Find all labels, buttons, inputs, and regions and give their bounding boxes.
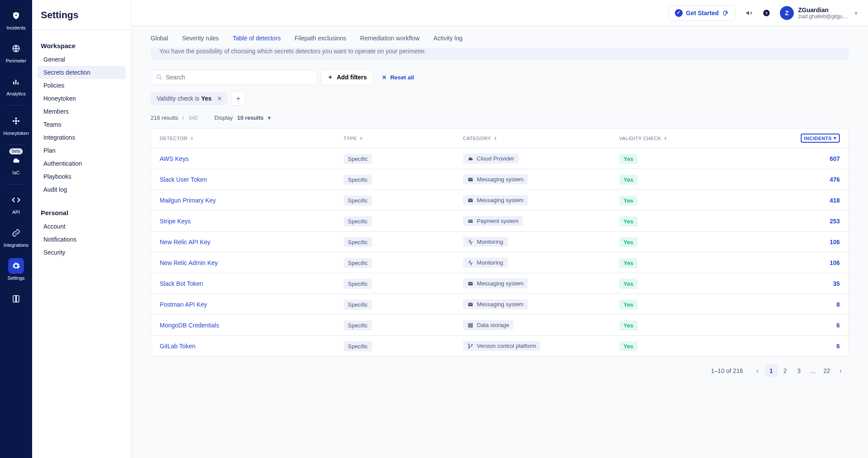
filter-chip-validity[interactable]: Validity check is Yes ✕	[151, 92, 227, 105]
detector-link[interactable]: New Relic Admin Key	[160, 259, 344, 266]
page-title: Settings	[32, 0, 131, 30]
col-validity[interactable]: Validity check▲▼	[619, 136, 766, 141]
plus-icon: ＋	[327, 73, 333, 81]
incidents-count[interactable]: 8	[766, 301, 840, 308]
svg-point-10	[726, 12, 727, 13]
tab-global[interactable]: Global	[151, 32, 168, 44]
tab-severity-rules[interactable]: Severity rules	[182, 32, 219, 44]
table-row: Postman API KeySpecificMessaging systemY…	[151, 294, 848, 314]
remove-filter-icon[interactable]: ✕	[216, 95, 223, 102]
svg-rect-22	[468, 326, 472, 327]
rail-item-incidents[interactable]: Incidents	[0, 3, 32, 36]
col-incidents[interactable]: Incidents▾	[801, 134, 840, 143]
side-link-teams[interactable]: Teams	[37, 118, 126, 131]
detector-link[interactable]: Slack Bot Token	[160, 280, 344, 287]
col-category[interactable]: Category▲▼	[463, 136, 619, 141]
rocket-icon	[722, 10, 729, 16]
side-link-members[interactable]: Members	[37, 105, 126, 118]
settings-sidebar: Settings WorkspaceGeneralSecrets detecti…	[32, 0, 132, 458]
side-link-notifications[interactable]: Notifications	[37, 233, 126, 246]
tab-table-of-detectors[interactable]: Table of detectors	[233, 32, 281, 44]
side-link-secrets-detection[interactable]: Secrets detection	[37, 66, 126, 79]
category-pill: Messaging system	[463, 174, 528, 184]
search-input[interactable]	[166, 74, 312, 81]
sort-icon: ▲▼	[494, 136, 497, 141]
category-pill: Payment system	[463, 216, 523, 226]
incidents-count[interactable]: 106	[766, 259, 840, 266]
rail-item-iac[interactable]: betaIaC	[0, 148, 32, 180]
tab-remediation-workflow[interactable]: Remediation workflow	[360, 32, 420, 44]
col-type[interactable]: Type▲▼	[344, 136, 463, 141]
page-2[interactable]: 2	[779, 364, 792, 377]
rail-item-analytics[interactable]: Analytics	[0, 69, 32, 101]
incidents-count[interactable]: 6	[766, 322, 840, 329]
detector-link[interactable]: GitLab Token	[160, 343, 344, 350]
incidents-count[interactable]: 253	[766, 218, 840, 225]
reset-all-button[interactable]: ✕ Reset all	[377, 71, 419, 84]
prev-page-button[interactable]: ‹	[751, 364, 764, 377]
page-1[interactable]: 1	[765, 364, 778, 377]
side-link-playbooks[interactable]: Playbooks	[37, 170, 126, 183]
svg-rect-17	[468, 220, 473, 221]
page-22[interactable]: 22	[820, 364, 833, 377]
col-detector[interactable]: Detector▲▼	[160, 136, 344, 141]
tab-filepath-exclusions[interactable]: Filepath exclusions	[295, 32, 346, 44]
detector-link[interactable]: New Relic API Key	[160, 239, 344, 245]
side-link-authentication[interactable]: Authentication	[37, 157, 126, 170]
tab-activity-log[interactable]: Activity log	[434, 32, 463, 44]
rail-item-label: IaC	[12, 170, 20, 175]
rail-item-settings[interactable]: Settings	[0, 254, 32, 286]
incidents-count[interactable]: 418	[766, 197, 840, 204]
side-link-honeytoken[interactable]: Honeytoken	[37, 92, 126, 105]
detector-link[interactable]: AWS Keys	[160, 155, 344, 162]
rail-item-perimeter[interactable]: Perimeter	[0, 36, 32, 69]
detector-link[interactable]: Stripe Keys	[160, 218, 344, 225]
side-link-security[interactable]: Security	[37, 246, 126, 259]
detector-link[interactable]: Mailgun Primary Key	[160, 197, 344, 204]
incidents-count[interactable]: 106	[766, 239, 840, 245]
svg-point-5	[15, 120, 17, 122]
validity-pill: Yes	[619, 321, 638, 330]
megaphone-icon[interactable]	[745, 9, 753, 17]
side-link-policies[interactable]: Policies	[37, 79, 126, 92]
side-link-plan[interactable]: Plan	[37, 144, 126, 157]
rail-item-book[interactable]	[0, 287, 32, 312]
svg-rect-18	[468, 281, 473, 285]
incidents-count[interactable]: 476	[766, 176, 840, 183]
add-filters-button[interactable]: ＋ Add filters	[321, 69, 373, 85]
incidents-count[interactable]: 6	[766, 343, 840, 350]
rail-item-api[interactable]: API	[0, 188, 32, 220]
type-pill: Specific	[344, 154, 372, 164]
detector-link[interactable]: MongoDB Credentials	[160, 322, 344, 329]
svg-point-0	[15, 15, 16, 16]
incidents-count[interactable]: 607	[766, 155, 840, 162]
page-3[interactable]: 3	[792, 364, 806, 377]
side-link-account[interactable]: Account	[37, 220, 126, 233]
add-filter-chip-button[interactable]: ＋	[231, 91, 246, 106]
category-pill: Messaging system	[463, 299, 528, 309]
display-label: Display	[214, 114, 233, 121]
rail-item-honeytoken[interactable]: Honeytoken	[0, 109, 32, 141]
validity-pill: Yes	[619, 300, 638, 310]
user-name: ZGuardian	[798, 7, 850, 13]
book-icon	[8, 291, 24, 307]
rail-item-integrations[interactable]: Integrations	[0, 221, 32, 253]
search-box[interactable]	[151, 70, 317, 85]
validity-pill: Yes	[619, 175, 638, 185]
storage-icon	[467, 322, 473, 328]
type-pill: Specific	[344, 216, 372, 226]
detector-link[interactable]: Slack User Token	[160, 176, 344, 183]
next-page-button[interactable]: ›	[834, 364, 847, 377]
side-link-audit-log[interactable]: Audit log	[37, 183, 126, 196]
user-menu[interactable]: Z ZGuardian ziad.ghalleb@gitguar… ▾	[780, 6, 858, 20]
side-link-integrations[interactable]: Integrations	[37, 131, 126, 144]
incidents-count[interactable]: 35	[766, 280, 840, 287]
svg-text:?: ?	[765, 10, 768, 15]
chevron-down-icon[interactable]: ▾	[268, 114, 271, 121]
side-link-general[interactable]: General	[37, 53, 126, 66]
category-pill: Cloud Provider	[463, 154, 519, 164]
help-icon[interactable]: ?	[763, 9, 770, 17]
detector-link[interactable]: Postman API Key	[160, 301, 344, 308]
display-value[interactable]: 10 results	[237, 114, 264, 121]
get-started-button[interactable]: ✓ Get Started	[668, 5, 736, 21]
